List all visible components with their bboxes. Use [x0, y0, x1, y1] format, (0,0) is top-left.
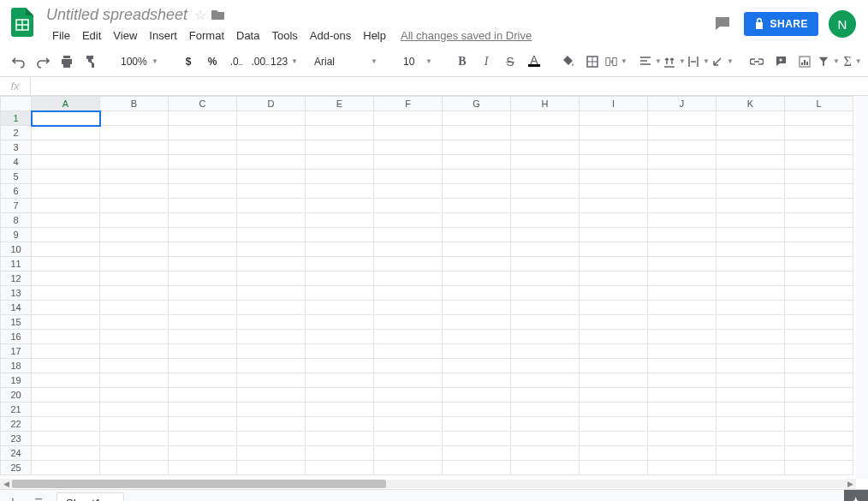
cell-K21[interactable] [716, 403, 785, 417]
cell-L2[interactable] [785, 126, 853, 140]
row-header-19[interactable]: 19 [1, 373, 32, 388]
cell-J12[interactable] [648, 271, 716, 286]
insert-chart-icon[interactable] [794, 51, 816, 73]
cell-L9[interactable] [785, 228, 853, 242]
cell-L17[interactable] [785, 344, 853, 359]
cell-J6[interactable] [648, 184, 716, 199]
undo-icon[interactable] [8, 51, 30, 73]
cell-B22[interactable] [100, 417, 169, 432]
cell-H9[interactable] [511, 228, 580, 242]
cell-F9[interactable] [374, 228, 443, 242]
vertical-align-icon[interactable]: ▼ [663, 51, 686, 73]
cell-G1[interactable] [443, 111, 511, 126]
cell-H19[interactable] [511, 373, 580, 388]
cell-D22[interactable] [237, 417, 306, 432]
percent-icon[interactable]: % [201, 51, 223, 73]
formula-input[interactable] [31, 77, 868, 95]
cell-L3[interactable] [785, 140, 853, 155]
cell-L18[interactable] [785, 359, 853, 373]
menu-data[interactable]: Data [230, 27, 265, 45]
cell-E23[interactable] [306, 432, 374, 446]
cell-B1[interactable] [100, 111, 169, 126]
cell-F21[interactable] [374, 403, 443, 417]
cell-A12[interactable] [32, 271, 100, 286]
cell-F12[interactable] [374, 271, 443, 286]
print-icon[interactable] [56, 51, 78, 73]
row-header-24[interactable]: 24 [1, 446, 32, 461]
cell-F25[interactable] [374, 461, 443, 475]
row-header-16[interactable]: 16 [1, 330, 32, 344]
cell-J4[interactable] [648, 155, 716, 170]
cell-K4[interactable] [716, 155, 785, 170]
cell-J14[interactable] [648, 301, 716, 315]
decrease-decimal-icon[interactable]: .0_ [225, 51, 247, 73]
cell-G21[interactable] [443, 403, 511, 417]
cell-H18[interactable] [511, 359, 580, 373]
cell-I13[interactable] [580, 286, 648, 301]
column-header-D[interactable]: D [237, 97, 306, 111]
column-header-F[interactable]: F [374, 97, 443, 111]
text-color-icon[interactable]: A [523, 51, 545, 73]
cell-J9[interactable] [648, 228, 716, 242]
cell-I19[interactable] [580, 373, 648, 388]
cell-F17[interactable] [374, 344, 443, 359]
cell-E18[interactable] [306, 359, 374, 373]
cell-L22[interactable] [785, 417, 853, 432]
explore-icon[interactable] [844, 490, 868, 502]
cell-A23[interactable] [32, 432, 100, 446]
fill-color-icon[interactable] [557, 51, 580, 73]
cell-F13[interactable] [374, 286, 443, 301]
cell-A13[interactable] [32, 286, 100, 301]
cell-A20[interactable] [32, 388, 100, 403]
text-rotation-icon[interactable]: ▼ [711, 51, 734, 73]
cell-K18[interactable] [716, 359, 785, 373]
cell-G16[interactable] [443, 330, 511, 344]
cell-I12[interactable] [580, 271, 648, 286]
borders-icon[interactable] [581, 51, 603, 73]
cell-K19[interactable] [716, 373, 785, 388]
row-header-9[interactable]: 9 [1, 228, 32, 242]
cell-K6[interactable] [716, 184, 785, 199]
row-header-6[interactable]: 6 [1, 184, 32, 199]
cell-H1[interactable] [511, 111, 580, 126]
menu-addons[interactable]: Add-ons [304, 27, 357, 45]
row-header-11[interactable]: 11 [1, 257, 32, 271]
cell-K7[interactable] [716, 199, 785, 213]
share-button[interactable]: SHARE [744, 12, 818, 36]
column-header-E[interactable]: E [306, 97, 374, 111]
cell-D16[interactable] [237, 330, 306, 344]
menu-edit[interactable]: Edit [76, 27, 107, 45]
cell-B8[interactable] [100, 213, 169, 228]
cell-F22[interactable] [374, 417, 443, 432]
cell-C6[interactable] [169, 184, 237, 199]
cell-F16[interactable] [374, 330, 443, 344]
cell-I4[interactable] [580, 155, 648, 170]
cell-J2[interactable] [648, 126, 716, 140]
row-header-5[interactable]: 5 [1, 170, 32, 184]
vertical-scrollbar[interactable] [856, 96, 868, 479]
cell-C23[interactable] [169, 432, 237, 446]
cell-G14[interactable] [443, 301, 511, 315]
cell-K2[interactable] [716, 126, 785, 140]
cell-L13[interactable] [785, 286, 853, 301]
cell-D20[interactable] [237, 388, 306, 403]
cell-J10[interactable] [648, 242, 716, 257]
column-header-J[interactable]: J [648, 97, 716, 111]
row-header-4[interactable]: 4 [1, 155, 32, 170]
cell-E19[interactable] [306, 373, 374, 388]
cell-A8[interactable] [32, 213, 100, 228]
add-sheet-icon[interactable]: + [0, 490, 26, 502]
cell-B10[interactable] [100, 242, 169, 257]
cell-L19[interactable] [785, 373, 853, 388]
horizontal-align-icon[interactable]: ▼ [639, 51, 662, 73]
cell-D21[interactable] [237, 403, 306, 417]
cell-E1[interactable] [306, 111, 374, 126]
insert-comment-icon[interactable] [770, 51, 792, 73]
cell-G9[interactable] [443, 228, 511, 242]
cell-J7[interactable] [648, 199, 716, 213]
cell-F14[interactable] [374, 301, 443, 315]
cell-E21[interactable] [306, 403, 374, 417]
italic-icon[interactable]: I [475, 51, 497, 73]
cell-J8[interactable] [648, 213, 716, 228]
cell-I17[interactable] [580, 344, 648, 359]
